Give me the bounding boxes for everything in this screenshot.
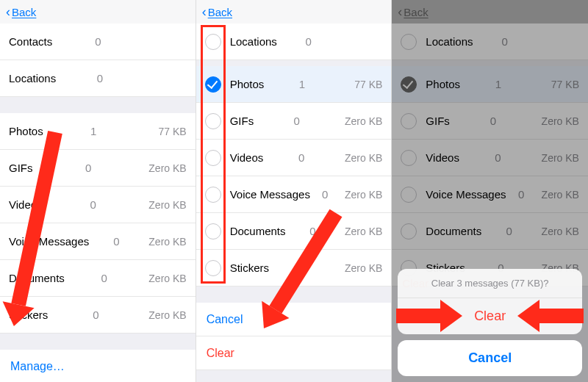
row-size: Zero KB xyxy=(340,262,382,274)
row-label: GIFs xyxy=(9,162,33,174)
action-sheet-clear-button[interactable]: Clear xyxy=(398,298,582,334)
row-size: 77 KB xyxy=(144,126,187,137)
row-count: 1 xyxy=(264,78,340,90)
row-count: 0 xyxy=(277,35,340,48)
radio-unchecked-icon[interactable] xyxy=(205,260,221,276)
row-size: Zero KB xyxy=(340,189,382,201)
cancel-button[interactable]: Cancel xyxy=(196,303,392,336)
row-count: 0 xyxy=(263,151,340,164)
row-label: Photos xyxy=(230,78,265,90)
row-label: Videos xyxy=(230,151,264,164)
group-actions: Cancel Clear xyxy=(196,303,392,370)
row-gifs[interactable]: GIFs 0 Zero KB xyxy=(0,150,196,187)
group-media: Photos 1 77 KB GIFs 0 Zero KB Videos 0 Z… xyxy=(0,113,196,334)
row-count: 0 xyxy=(43,198,144,211)
row-count: 0 xyxy=(269,262,340,274)
clear-label: Clear xyxy=(207,347,234,360)
back-label: Back xyxy=(12,6,36,18)
row-videos[interactable]: Videos 0 Zero KB xyxy=(0,187,196,223)
panel-3-confirm-sheet: ‹ Back Locations 0 Photos 1 77 KB GIFs 0 xyxy=(392,0,588,382)
row-voice-messages[interactable]: Voice Messages 0 Zero KB xyxy=(196,176,392,213)
row-label: Voice Messages xyxy=(9,235,89,248)
panel-2-manage-select: ‹ Back Locations 0 Photos 1 77 KB GIFs 0 xyxy=(196,0,392,382)
section-gap xyxy=(0,334,196,350)
action-sheet: Clear 3 messages (77 KB)? Clear Cancel xyxy=(398,269,582,376)
back-button[interactable]: ‹ Back xyxy=(196,0,392,24)
row-label: Documents xyxy=(9,272,65,284)
row-documents[interactable]: Documents 0 Zero KB xyxy=(196,213,392,250)
row-label: Contacts xyxy=(9,35,52,48)
row-count: 0 xyxy=(56,72,143,84)
section-gap xyxy=(0,97,196,113)
row-size: Zero KB xyxy=(340,226,382,237)
row-photos[interactable]: Photos 1 77 KB xyxy=(196,66,392,103)
radio-unchecked-icon[interactable] xyxy=(205,223,221,239)
row-locations[interactable]: Locations 0 xyxy=(0,60,196,97)
row-voice-messages[interactable]: Voice Messages 0 Zero KB xyxy=(0,223,196,260)
group-actions: Manage… xyxy=(0,350,196,382)
chevron-left-icon: ‹ xyxy=(6,4,10,20)
row-size: Zero KB xyxy=(144,236,187,248)
row-count: 0 xyxy=(52,35,143,48)
row-size: Zero KB xyxy=(340,152,382,164)
section-gap xyxy=(196,286,392,303)
clear-label: Clear xyxy=(474,309,506,323)
radio-unchecked-icon[interactable] xyxy=(205,187,221,203)
row-label: Photos xyxy=(9,125,43,137)
clear-button[interactable]: Clear xyxy=(196,336,392,370)
row-size: 77 KB xyxy=(340,79,382,90)
radio-unchecked-icon[interactable] xyxy=(205,34,221,50)
row-label: Locations xyxy=(230,35,277,48)
row-videos[interactable]: Videos 0 Zero KB xyxy=(196,140,392,176)
action-sheet-cancel-button[interactable]: Cancel xyxy=(398,340,582,376)
radio-unchecked-icon[interactable] xyxy=(205,150,221,166)
row-label: Locations xyxy=(9,72,56,84)
group-counts: Contacts 0 Locations 0 xyxy=(0,24,196,97)
three-panel-tutorial: ‹ Back Contacts 0 Locations 0 Photos 1 7… xyxy=(0,0,588,382)
cancel-label: Cancel xyxy=(468,350,512,365)
row-count: 0 xyxy=(254,115,340,127)
row-count: 1 xyxy=(43,125,144,137)
row-size: Zero KB xyxy=(144,162,187,174)
back-button[interactable]: ‹ Back xyxy=(0,0,196,24)
row-label: GIFs xyxy=(230,115,254,127)
action-sheet-message: Clear 3 messages (77 KB)? xyxy=(398,269,582,298)
row-count: 0 xyxy=(65,272,144,284)
row-label: Voice Messages xyxy=(230,188,310,201)
row-documents[interactable]: Documents 0 Zero KB xyxy=(0,260,196,297)
section-gap xyxy=(196,60,392,66)
row-count: 0 xyxy=(286,225,340,237)
radio-unchecked-icon[interactable] xyxy=(205,113,221,129)
row-label: Stickers xyxy=(9,309,48,321)
manage-label: Manage… xyxy=(10,360,65,373)
row-size: Zero KB xyxy=(340,115,382,127)
row-label: Stickers xyxy=(230,262,269,274)
group-selectable: Locations 0 Photos 1 77 KB GIFs 0 Zero K… xyxy=(196,24,392,286)
panel-1-storage-detail: ‹ Back Contacts 0 Locations 0 Photos 1 7… xyxy=(0,0,196,382)
back-label: Back xyxy=(208,6,232,18)
row-size: Zero KB xyxy=(144,273,187,284)
row-locations[interactable]: Locations 0 xyxy=(196,24,392,60)
manage-button[interactable]: Manage… xyxy=(0,350,196,382)
row-count: 0 xyxy=(33,162,144,174)
row-label: Videos xyxy=(9,198,43,211)
row-stickers[interactable]: Stickers 0 Zero KB xyxy=(196,250,392,286)
row-size: Zero KB xyxy=(144,309,187,321)
cancel-label: Cancel xyxy=(207,313,243,326)
row-count: 0 xyxy=(48,309,143,321)
row-gifs[interactable]: GIFs 0 Zero KB xyxy=(196,103,392,140)
row-label: Documents xyxy=(230,225,286,237)
radio-checked-icon[interactable] xyxy=(205,76,221,93)
row-count: 0 xyxy=(89,235,143,248)
action-sheet-card: Clear 3 messages (77 KB)? Clear xyxy=(398,269,582,334)
row-stickers[interactable]: Stickers 0 Zero KB xyxy=(0,297,196,334)
row-contacts[interactable]: Contacts 0 xyxy=(0,24,196,60)
chevron-left-icon: ‹ xyxy=(202,4,207,20)
row-size: Zero KB xyxy=(144,199,187,211)
row-count: 0 xyxy=(310,188,340,201)
row-photos[interactable]: Photos 1 77 KB xyxy=(0,113,196,150)
